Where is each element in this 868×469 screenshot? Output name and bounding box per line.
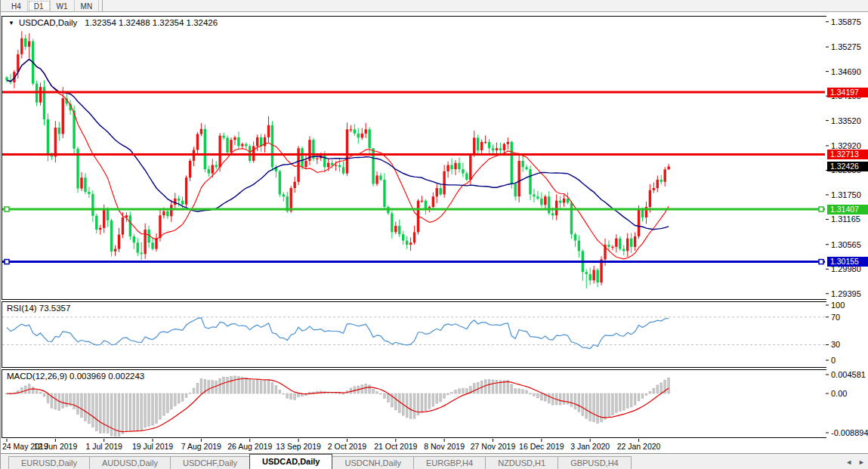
timeframe-button-h4[interactable]: H4 bbox=[5, 0, 28, 11]
date-axis-strip[interactable] bbox=[1, 439, 826, 453]
chart-tab-audusd[interactable]: AUDUSD,Daily bbox=[89, 456, 171, 469]
tab-scroll-arrows: ◄► bbox=[845, 458, 865, 466]
chart-tab-bar: EURUSD,DailyAUDUSD,DailyUSDCHF,DailyUSDC… bbox=[1, 453, 868, 469]
macd-indicator-label: MACD(12,26,9) 0.003969 0.002243 bbox=[7, 372, 144, 381]
chart-tab-usdcad[interactable]: USDCAD,Daily bbox=[249, 454, 332, 469]
tab-scroll-right-icon[interactable]: ► bbox=[858, 458, 865, 466]
chart-title: ▼USDCAD,Daily1.32354 1.32488 1.32354 1.3… bbox=[8, 18, 218, 27]
timeframe-toolbar: H4D1W1MN bbox=[1, 0, 868, 12]
chart-tab-nzdusd[interactable]: NZDUSD,H1 bbox=[485, 456, 558, 469]
chart-tab-usdchf[interactable]: USDCHF,Daily bbox=[170, 456, 250, 469]
rsi-indicator-panel[interactable] bbox=[2, 301, 827, 368]
timeframe-button-mn[interactable]: MN bbox=[75, 0, 100, 11]
chart-tab-usdcnh[interactable]: USDCNH,Daily bbox=[332, 456, 414, 469]
timeframe-button-w1[interactable]: W1 bbox=[51, 0, 75, 11]
price-scale-column[interactable] bbox=[826, 12, 868, 453]
chart-symbol-label: USDCAD,Daily bbox=[19, 18, 77, 27]
chart-tab-gbpusd[interactable]: GBPUSD,H4 bbox=[558, 456, 632, 469]
tab-scroll-left-icon[interactable]: ◄ bbox=[845, 458, 852, 466]
toolbar-separator bbox=[102, 0, 103, 11]
mt4-chart-window: H4D1W1MN 1.358751.352751.346901.341051.3… bbox=[0, 0, 868, 469]
price-chart-panel[interactable] bbox=[2, 16, 827, 300]
timeframe-button-d1[interactable]: D1 bbox=[28, 0, 51, 11]
chart-tab-eurgbp[interactable]: EURGBP,H4 bbox=[413, 456, 486, 469]
chart-tab-eurusd[interactable]: EURUSD,Daily bbox=[8, 456, 90, 469]
rsi-indicator-label: RSI(14) 73.5357 bbox=[7, 304, 70, 313]
symbol-dropdown-icon[interactable]: ▼ bbox=[8, 20, 14, 26]
chart-ohlc-values: 1.32354 1.32488 1.32354 1.32426 bbox=[85, 18, 218, 27]
